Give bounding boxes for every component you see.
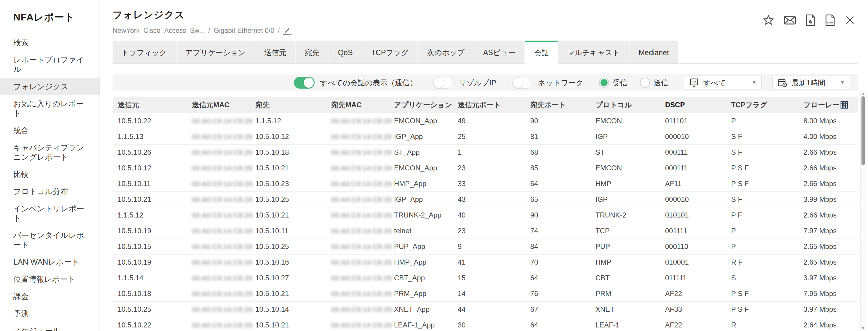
scroll-down-arrow[interactable]: ▼ xyxy=(861,326,866,330)
sidebar-item[interactable]: プロトコル分布 xyxy=(0,183,99,200)
cell-destination-mac: 00:A0:C9:14:C8:29 xyxy=(331,195,394,204)
cell-dscp: 010001 xyxy=(665,258,731,266)
vertical-scrollbar[interactable]: ▲ ▼ xyxy=(860,90,866,331)
sidebar-item[interactable]: LAN WANレポート xyxy=(0,253,99,271)
cell-source-mac: 00:A0:C9:14:C8:29 xyxy=(192,258,255,266)
table-row[interactable]: 10.5.10.1800:A0:C9:14:C8:2910.5.10.2100:… xyxy=(113,286,858,302)
cell-destination-mac: 00:A0:C9:14:C8:29 xyxy=(331,164,394,172)
sidebar-item[interactable]: お気に入りのレポート xyxy=(0,95,99,122)
table-row[interactable]: 10.5.10.1900:A0:C9:14:C8:2910.5.10.1100:… xyxy=(113,223,858,239)
toggle-knob xyxy=(433,77,444,88)
main-content: フォレンジクス NewYork_Cisco_Access_Sw... / Gig… xyxy=(100,0,868,331)
radio-receive[interactable] xyxy=(599,78,609,88)
cell-protocol: LEAF-1 xyxy=(595,321,665,329)
table-row[interactable]: 10.5.10.2200:A0:C9:14:C8:2910.5.10.2100:… xyxy=(113,318,858,331)
close-icon[interactable] xyxy=(845,15,855,26)
cell-tcp-flags: S xyxy=(731,274,803,282)
breadcrumb-interface[interactable]: Gigabit Ethernet 0/0 xyxy=(214,27,274,35)
tab[interactable]: トラフィック xyxy=(113,40,177,63)
sidebar-item[interactable]: フォレンジクス xyxy=(0,78,99,95)
sidebar-item[interactable]: 統合 xyxy=(0,122,99,139)
table-row[interactable]: 1.1.5.1200:A0:C9:14:C8:2910.5.10.2100:A0… xyxy=(113,207,858,223)
column-header[interactable]: 宛先ポート xyxy=(530,100,595,110)
tab[interactable]: Medianet xyxy=(629,40,678,63)
tab[interactable]: 次のホップ xyxy=(418,40,474,63)
table-row[interactable]: 10.5.10.2600:A0:C9:14:C8:2910.5.10.1800:… xyxy=(113,145,858,160)
table-row[interactable]: 10.5.10.2500:A0:C9:14:C8:2910.5.10.1400:… xyxy=(113,302,858,318)
masked-mac-value: 00:A0:C9:14:C8:29 xyxy=(192,196,252,203)
column-header[interactable]: 宛先MAC xyxy=(331,100,394,110)
table-row[interactable]: 10.5.10.2200:A0:C9:14:C8:291.1.5.1200:A0… xyxy=(113,113,858,129)
radio-send[interactable] xyxy=(640,78,650,88)
column-chooser-icon[interactable] xyxy=(840,100,849,111)
sidebar-item[interactable]: スケジュール xyxy=(0,322,99,331)
table-row[interactable]: 10.5.10.1900:A0:C9:14:C8:2910.5.10.1600:… xyxy=(113,254,858,270)
sidebar-item[interactable]: パーセンタイルレポート xyxy=(0,227,99,253)
tab[interactable]: アプリケーション xyxy=(177,40,255,63)
cell-destination-mac: 00:A0:C9:14:C8:29 xyxy=(331,148,394,156)
breadcrumb-device[interactable]: NewYork_Cisco_Access_Sw... xyxy=(113,27,205,35)
toggle-network[interactable] xyxy=(512,77,533,89)
time-filter-value: 最新1時間 xyxy=(792,78,825,88)
cell-tcp-flags: S F xyxy=(731,132,803,141)
column-header[interactable]: 宛先 xyxy=(255,100,331,110)
cell-destination: 10.5.10.21 xyxy=(255,290,331,298)
cell-destination-mac: 00:A0:C9:14:C8:29 xyxy=(331,274,394,282)
cell-source-port: 14 xyxy=(458,290,530,298)
cell-protocol: EMCON xyxy=(595,117,665,125)
csv-export-icon[interactable]: csv xyxy=(825,14,835,26)
cell-application: HMP_App xyxy=(394,180,458,188)
chevron-down-icon: ▼ xyxy=(751,80,756,86)
column-header[interactable]: DSCP xyxy=(665,101,731,109)
sidebar-item[interactable]: 検索 xyxy=(0,34,99,51)
column-header[interactable]: 送信元ポート xyxy=(458,100,530,110)
favorite-star-icon[interactable] xyxy=(763,14,774,26)
cell-source-port: 25 xyxy=(458,132,530,141)
toggle-show-all-conversations[interactable] xyxy=(294,77,315,89)
sidebar-item[interactable]: レポートプロファイル xyxy=(0,51,99,78)
table-row[interactable]: 10.5.10.2100:A0:C9:14:C8:2910.5.10.2500:… xyxy=(113,192,858,207)
tab[interactable]: マルチキャスト xyxy=(558,40,629,63)
edit-pencil-icon[interactable] xyxy=(283,26,291,35)
cell-source-mac: 00:A0:C9:14:C8:29 xyxy=(192,180,255,188)
cell-flow-rate: 2.66 Mbps xyxy=(803,148,858,156)
scroll-thumb[interactable] xyxy=(862,96,865,166)
column-header[interactable]: 送信元MAC xyxy=(192,100,255,110)
table-row[interactable]: 10.5.10.1500:A0:C9:14:C8:2910.5.10.2500:… xyxy=(113,239,858,254)
filter-dropdown-device[interactable]: IP すべて ▼ xyxy=(684,76,762,90)
email-icon[interactable] xyxy=(783,15,796,26)
cell-source-port: 43 xyxy=(458,195,530,204)
column-header[interactable]: アプリケーション xyxy=(394,100,458,110)
toggle-resolve-ip[interactable] xyxy=(433,77,454,89)
tab[interactable]: 宛先 xyxy=(296,40,329,63)
tab[interactable]: 送信元 xyxy=(255,40,296,63)
tab[interactable]: ASビュー xyxy=(474,40,525,63)
table-row[interactable]: 1.1.5.1400:A0:C9:14:C8:2910.5.10.2700:A0… xyxy=(113,270,858,286)
table-row[interactable]: 10.5.10.1200:A0:C9:14:C8:2910.5.10.2100:… xyxy=(113,160,858,176)
scroll-up-arrow[interactable]: ▲ xyxy=(861,91,866,95)
cell-destination: 10.5.10.18 xyxy=(255,148,331,156)
tab[interactable]: 会話 xyxy=(525,40,558,64)
sidebar-item[interactable]: インベントリレポート xyxy=(0,200,99,227)
cell-tcp-flags: P S F xyxy=(731,164,803,172)
cell-source-port: 1 xyxy=(458,148,530,156)
table-row[interactable]: 1.1.5.1300:A0:C9:14:C8:2910.5.10.1200:A0… xyxy=(113,129,858,145)
sidebar-item[interactable]: 予測 xyxy=(0,305,99,322)
column-header[interactable]: フローレート xyxy=(803,100,858,110)
filter-dropdown-time[interactable]: 最新1時間 ▼ xyxy=(772,76,850,90)
tab[interactable]: TCPフラグ xyxy=(362,40,418,63)
masked-mac-value: 00:A0:C9:14:C8:29 xyxy=(192,180,252,187)
column-header[interactable]: TCPフラグ xyxy=(731,100,803,110)
sidebar-item[interactable]: キャパシティプランニングレポート xyxy=(0,139,99,166)
masked-mac-value: 00:A0:C9:14:C8:29 xyxy=(331,243,392,250)
sidebar-item[interactable]: 位置情報レポート xyxy=(0,271,99,288)
cell-application: CBT_App xyxy=(394,274,458,282)
masked-mac-value: 00:A0:C9:14:C8:29 xyxy=(331,133,392,141)
sidebar-item[interactable]: 比較 xyxy=(0,166,99,183)
sidebar-item[interactable]: 課金 xyxy=(0,288,99,305)
column-header[interactable]: プロトコル xyxy=(595,100,665,110)
tab[interactable]: QoS xyxy=(329,40,362,63)
pdf-export-icon[interactable] xyxy=(805,14,815,26)
column-header[interactable]: 送信元 xyxy=(118,100,192,110)
table-row[interactable]: 10.5.10.1100:A0:C9:14:C8:2910.5.10.2300:… xyxy=(113,176,858,192)
